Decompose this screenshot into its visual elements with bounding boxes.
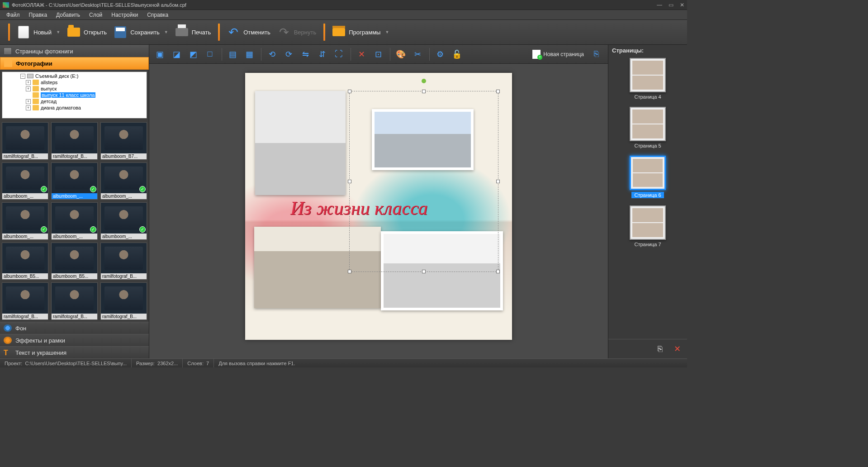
photo-thumbnail[interactable]: albumboom_B7... bbox=[100, 122, 147, 160]
tree-folder[interactable]: +диана долматова bbox=[3, 105, 146, 111]
folder-icon bbox=[33, 105, 39, 110]
menu-settings[interactable]: Настройки bbox=[107, 10, 142, 19]
tab-background[interactable]: Фон bbox=[0, 322, 149, 334]
copy-page-icon[interactable]: ⎘ bbox=[653, 342, 667, 356]
resize-handle[interactable] bbox=[422, 270, 426, 273]
photo-thumbnail[interactable]: ✓albumboom_... bbox=[100, 162, 147, 200]
color-icon[interactable]: 🎨 bbox=[393, 47, 408, 62]
chevron-down-icon[interactable]: ▼ bbox=[56, 30, 60, 34]
delete-icon[interactable]: ✕ bbox=[354, 47, 369, 62]
open-button[interactable]: Открыть bbox=[64, 23, 110, 41]
new-button[interactable]: Новый ▼ bbox=[14, 23, 64, 41]
expand-icon[interactable]: + bbox=[26, 80, 31, 85]
thumbnail-caption: ramilfotograf_B... bbox=[52, 153, 97, 159]
photo-thumbnail[interactable]: ramilfotograf_B... bbox=[51, 122, 98, 160]
box-icon bbox=[332, 26, 345, 38]
bring-front-icon[interactable]: ▣ bbox=[152, 47, 167, 62]
collage-canvas[interactable]: Из жизни класса bbox=[245, 73, 512, 340]
save-button[interactable]: Сохранить ▼ bbox=[110, 23, 172, 41]
status-hint: Для вызова справки нажмите F1. bbox=[218, 361, 295, 366]
photo-thumbnail[interactable]: albumboom_B5... bbox=[51, 243, 98, 280]
photo-thumbnail[interactable]: ✓albumboom_... bbox=[51, 162, 98, 200]
send-backward-icon[interactable]: ◩ bbox=[185, 47, 201, 62]
gear-icon[interactable]: ⚙ bbox=[432, 47, 448, 62]
new-page-button[interactable]: Новая страница bbox=[528, 47, 588, 62]
photo-thumbnail[interactable]: ramilfotograf_B... bbox=[100, 282, 147, 320]
folder-tree[interactable]: − Съемный диск (E:) +allsteps+выпусквыпу… bbox=[2, 71, 147, 119]
photo-thumbnail[interactable]: ✓albumboom_... bbox=[2, 162, 48, 200]
photo-thumbnail[interactable]: ✓albumboom_... bbox=[2, 202, 48, 240]
align-center-icon[interactable]: ▦ bbox=[242, 47, 257, 62]
delete-page-icon[interactable]: ✕ bbox=[670, 342, 684, 356]
photo-thumbnail[interactable]: ramilfotograf_B... bbox=[2, 122, 48, 160]
expand-icon[interactable]: + bbox=[26, 86, 31, 91]
pages-list[interactable]: Страница 4Страница 5Страница 6Страница 7 bbox=[608, 56, 687, 339]
canvas-viewport[interactable]: Из жизни класса bbox=[149, 64, 608, 358]
resize-handle[interactable] bbox=[422, 90, 426, 93]
chevron-down-icon[interactable]: ▼ bbox=[164, 30, 168, 34]
tree-folder[interactable]: +детсад bbox=[3, 98, 146, 105]
expand-icon[interactable]: + bbox=[26, 105, 31, 110]
crop-icon[interactable]: ⊡ bbox=[370, 47, 386, 62]
page-label: Страница 6 bbox=[631, 192, 664, 198]
redo-button[interactable]: ↷ Вернуть bbox=[274, 23, 320, 41]
photo-thumbnail[interactable]: ramilfotograf_B... bbox=[100, 243, 147, 280]
cut-icon[interactable]: ✂ bbox=[410, 47, 425, 62]
thumbnail-grid[interactable]: ramilfotograf_B...ramilfotograf_B...albu… bbox=[0, 120, 149, 322]
page-thumbnail[interactable]: Страница 7 bbox=[612, 205, 683, 247]
page-thumbnail[interactable]: Страница 5 bbox=[612, 107, 683, 148]
resize-handle[interactable] bbox=[496, 180, 500, 183]
tree-folder[interactable]: +выпуск bbox=[3, 86, 146, 92]
photo-thumbnail[interactable]: ✓albumboom_... bbox=[100, 202, 147, 240]
menu-add[interactable]: Добавить bbox=[52, 10, 85, 19]
tab-photographs[interactable]: Фотографии bbox=[0, 57, 149, 70]
resize-handle[interactable] bbox=[348, 180, 351, 183]
photo-thumbnail[interactable]: ramilfotograf_B... bbox=[51, 282, 98, 320]
resize-handle[interactable] bbox=[348, 90, 351, 93]
maximize-icon[interactable]: ▭ bbox=[669, 2, 674, 8]
tree-folder[interactable]: +allsteps bbox=[3, 79, 146, 86]
window-controls: — ▭ ✕ bbox=[657, 2, 684, 8]
menu-edit[interactable]: Правка bbox=[24, 10, 52, 19]
minimize-icon[interactable]: — bbox=[657, 2, 662, 8]
lock-icon[interactable]: 🔓 bbox=[449, 47, 465, 62]
photos-panel: − Съемный диск (E:) +allsteps+выпусквыпу… bbox=[0, 70, 149, 322]
expand-icon[interactable]: + bbox=[26, 99, 31, 104]
duplicate-page-icon[interactable]: ⎘ bbox=[588, 47, 604, 62]
page-thumbnail[interactable]: Страница 6 bbox=[612, 156, 683, 198]
undo-button[interactable]: ↶ Отменить bbox=[223, 23, 274, 41]
programs-button[interactable]: Программы ▼ bbox=[329, 23, 393, 41]
rotate-left-icon[interactable]: ⟲ bbox=[264, 47, 280, 62]
photo-thumbnail[interactable]: ✓albumboom_... bbox=[51, 202, 98, 240]
align-left-icon[interactable]: ▤ bbox=[225, 47, 240, 62]
close-icon[interactable]: ✕ bbox=[680, 2, 684, 8]
thumbnail-caption: albumboom_B5... bbox=[2, 273, 48, 279]
collage-photo[interactable] bbox=[255, 91, 346, 195]
selection-box[interactable] bbox=[349, 91, 498, 272]
photo-thumbnail[interactable]: albumboom_B5... bbox=[2, 243, 48, 280]
collapse-icon[interactable]: − bbox=[20, 74, 25, 79]
send-back-icon[interactable]: □ bbox=[202, 47, 218, 62]
tab-photobook-pages[interactable]: Страницы фотокниги bbox=[0, 45, 149, 57]
menu-layer[interactable]: Слой bbox=[85, 10, 107, 19]
photo-thumbnail[interactable]: ramilfotograf_B... bbox=[2, 282, 48, 320]
tab-text-decor[interactable]: T Текст и украшения bbox=[0, 346, 149, 358]
flip-v-icon[interactable]: ⇵ bbox=[314, 47, 330, 62]
tab-effects-frames[interactable]: Эффекты и рамки bbox=[0, 334, 149, 346]
resize-handle[interactable] bbox=[496, 90, 500, 93]
resize-handle[interactable] bbox=[496, 270, 500, 273]
chevron-down-icon[interactable]: ▼ bbox=[385, 30, 389, 34]
fit-icon[interactable]: ⛶ bbox=[331, 47, 346, 62]
resize-handle[interactable] bbox=[348, 270, 351, 273]
page-thumbnail[interactable]: Страница 4 bbox=[612, 58, 683, 100]
tree-folder[interactable]: выпуск 11 класс школа bbox=[3, 92, 146, 98]
rotate-right-icon[interactable]: ⟳ bbox=[281, 47, 296, 62]
menu-help[interactable]: Справка bbox=[142, 10, 173, 19]
folder-open-icon bbox=[67, 26, 80, 38]
print-button[interactable]: Печать bbox=[172, 23, 215, 41]
flip-h-icon[interactable]: ⇋ bbox=[298, 47, 313, 62]
menu-file[interactable]: Файл bbox=[2, 10, 24, 19]
tree-drive[interactable]: − Съемный диск (E:) bbox=[3, 73, 146, 79]
bring-forward-icon[interactable]: ◪ bbox=[169, 47, 184, 62]
rotate-handle[interactable] bbox=[422, 79, 426, 83]
